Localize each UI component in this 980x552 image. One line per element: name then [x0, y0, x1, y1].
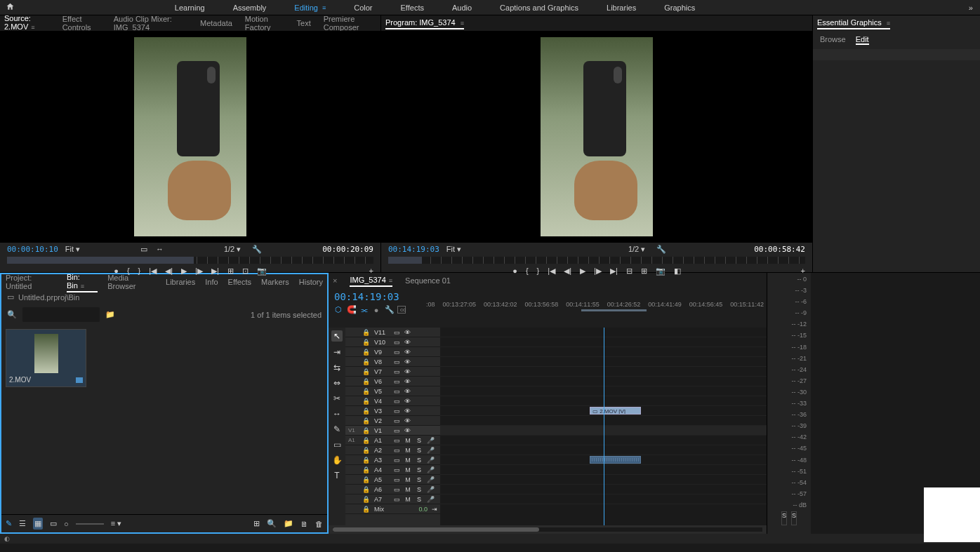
button-editor[interactable]: + — [369, 267, 373, 275]
sync-lock-icon[interactable]: ▭ — [394, 388, 400, 395]
eye-icon[interactable]: 👁 — [404, 427, 411, 434]
project-tab[interactable]: Markers — [261, 276, 289, 288]
audio-track-head[interactable]: 🔒A6▭MS🎤 — [345, 485, 440, 494]
source-fit-select[interactable]: Fit ▾ — [65, 245, 80, 254]
sync-lock-icon[interactable]: ▭ — [394, 437, 400, 444]
lock-icon[interactable]: 🔒 — [362, 496, 370, 503]
solo-button[interactable]: S — [416, 486, 423, 493]
overwrite-button[interactable]: ⊡ — [242, 267, 249, 276]
find-icon[interactable]: 🔍 — [267, 519, 277, 528]
add-marker-button[interactable]: ● — [512, 267, 517, 275]
lock-icon[interactable]: 🔒 — [362, 329, 370, 336]
hand-tool[interactable]: ✋ — [332, 455, 343, 465]
project-tab[interactable]: Info — [205, 276, 218, 288]
sync-lock-icon[interactable]: ▭ — [394, 368, 400, 375]
timeline-h-scroll[interactable] — [333, 527, 762, 532]
lock-icon[interactable]: 🔒 — [362, 466, 370, 473]
sync-lock-icon[interactable]: ▭ — [394, 408, 400, 415]
lock-icon[interactable]: 🔒 — [362, 349, 370, 356]
step-back-button[interactable]: ◀| — [165, 267, 173, 276]
sync-lock-icon[interactable]: ▭ — [394, 358, 400, 365]
video-track-head[interactable]: 🔒V10▭👁 — [345, 337, 440, 347]
eye-icon[interactable]: 👁 — [404, 349, 411, 356]
settings-icon[interactable]: 🔧 — [656, 245, 666, 254]
export-frame-button[interactable]: 📷 — [656, 267, 666, 276]
program-fit-select[interactable]: Fit ▾ — [446, 245, 461, 254]
mute-button[interactable]: M — [404, 457, 411, 464]
source-tab[interactable]: Motion Factory — [245, 13, 284, 33]
play-button[interactable]: ▶ — [580, 267, 585, 276]
video-track-head[interactable]: 🔒V4▭👁 — [345, 396, 440, 406]
eye-icon[interactable]: 👁 — [404, 339, 411, 346]
lock-icon[interactable]: 🔒 — [362, 339, 370, 346]
lock-icon[interactable]: 🔒 — [362, 378, 370, 385]
program-zoom-select[interactable]: 1/2 ▾ — [628, 245, 645, 254]
lock-icon[interactable]: 🔒 — [362, 358, 370, 365]
close-seq-icon[interactable]: × — [333, 276, 337, 285]
rolling-tool[interactable]: ⇔ — [333, 378, 340, 388]
extract-button[interactable]: ⊞ — [641, 267, 647, 276]
sync-lock-icon[interactable]: ▭ — [394, 466, 400, 473]
solo-right-button[interactable]: S — [791, 511, 797, 525]
go-in-button[interactable]: |◀ — [149, 267, 157, 276]
type-tool[interactable]: T — [334, 471, 339, 480]
program-timecode[interactable]: 00:14:19:03 — [388, 245, 439, 254]
eye-icon[interactable]: 👁 — [404, 358, 411, 365]
source-monitor[interactable] — [134, 37, 246, 236]
sync-lock-icon[interactable]: ▭ — [394, 457, 400, 464]
workspace-tab-assembly[interactable]: Assembly — [219, 1, 281, 15]
freeform-view-icon[interactable]: ▭ — [50, 519, 57, 528]
video-track-head[interactable]: 🔒V3▭👁 — [345, 406, 440, 416]
voice-over-icon[interactable]: 🎤 — [427, 447, 434, 454]
sync-lock-icon[interactable]: ▭ — [394, 486, 400, 493]
sync-lock-icon[interactable]: ▭ — [394, 349, 400, 356]
video-track-head[interactable]: 🔒V9▭👁 — [345, 347, 440, 357]
chat-widget[interactable] — [924, 487, 980, 542]
lock-icon[interactable]: 🔒 — [362, 506, 370, 513]
eye-icon[interactable]: 👁 — [404, 398, 411, 405]
vr-icon[interactable]: ↔ — [156, 245, 164, 253]
new-bin-icon[interactable]: 📁 — [105, 310, 115, 319]
video-track-head[interactable]: 🔒V8▭👁 — [345, 357, 440, 367]
add-marker-button[interactable]: ● — [114, 267, 119, 275]
source-tab[interactable]: Premiere Composer — [324, 13, 376, 33]
solo-button[interactable]: S — [416, 466, 423, 473]
source-tab[interactable]: Effect Controls — [62, 13, 101, 33]
sync-lock-icon[interactable]: ▭ — [394, 427, 400, 434]
go-out-button[interactable]: ▶| — [610, 267, 618, 276]
sync-lock-icon[interactable]: ▭ — [394, 339, 400, 346]
snap-icon[interactable]: 🧲 — [347, 305, 355, 314]
workspace-tab-graphics[interactable]: Graphics — [650, 1, 709, 15]
compare-button[interactable]: ◧ — [674, 267, 681, 276]
mute-button[interactable]: M — [404, 466, 411, 473]
export-frame-button[interactable]: 📷 — [257, 267, 267, 276]
mute-button[interactable]: M — [404, 476, 411, 483]
sync-lock-icon[interactable]: ▭ — [394, 398, 400, 405]
video-track-head[interactable]: 🔒V2▭👁 — [345, 416, 440, 426]
project-tab[interactable]: Libraries — [166, 276, 195, 288]
mute-button[interactable]: M — [404, 486, 411, 493]
zoom-out-icon[interactable]: ○ — [64, 520, 69, 528]
sort-icon[interactable]: ≡ ▾ — [111, 519, 121, 528]
workspace-tab-captions-and-graphics[interactable]: Captions and Graphics — [486, 1, 592, 15]
audio-track-head[interactable]: 🔒A2▭MS🎤 — [345, 445, 440, 455]
step-back-button[interactable]: ◀| — [564, 267, 571, 276]
program-scrubbar[interactable] — [388, 257, 805, 264]
audio-track-head[interactable]: 🔒A7▭MS🎤 — [345, 494, 440, 504]
playhead[interactable] — [604, 328, 604, 525]
lock-icon[interactable]: 🔒 — [362, 476, 370, 483]
lock-icon[interactable]: 🔒 — [362, 427, 370, 434]
audio-track-head[interactable]: 🔒A5▭MS🎤 — [345, 475, 440, 485]
solo-button[interactable]: S — [416, 457, 423, 464]
eye-icon[interactable]: 👁 — [404, 378, 411, 385]
bin-icon[interactable]: ▭ — [7, 292, 14, 302]
icon-view-icon[interactable]: ▦ — [33, 518, 43, 530]
new-item-button[interactable]: 🗎 — [300, 520, 308, 528]
solo-button[interactable]: S — [416, 476, 423, 483]
video-track-head[interactable]: 🔒V5▭👁 — [345, 386, 440, 396]
sync-lock-icon[interactable]: ▭ — [394, 378, 400, 385]
sync-lock-icon[interactable]: ▭ — [394, 329, 400, 336]
essential-graphics-tab[interactable]: Essential Graphics ≡ — [817, 17, 890, 29]
ripple-tool[interactable]: ⇆ — [333, 363, 340, 372]
lock-icon[interactable]: 🔒 — [362, 437, 370, 444]
